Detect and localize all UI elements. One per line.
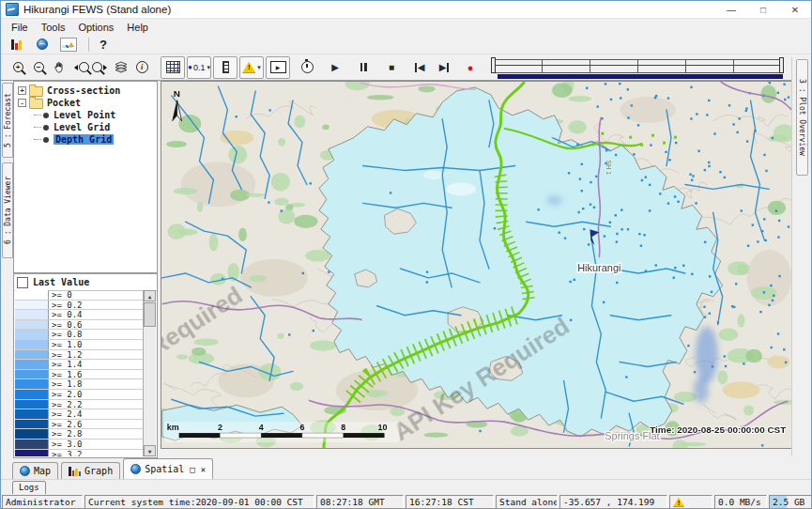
tab-forecast[interactable]: 5 : Forecast	[2, 83, 13, 158]
scale-tick: 6	[299, 423, 304, 432]
stream-dot	[745, 107, 747, 109]
status-throughput: 0.0 MB/s	[714, 495, 767, 509]
layers-button[interactable]	[112, 57, 130, 78]
stream-dot	[675, 142, 677, 144]
legend-scrollbar[interactable]: ▲ ▼	[143, 290, 156, 456]
legend-label: >= 0.4	[49, 310, 143, 319]
zoom-next-button[interactable]	[91, 57, 110, 78]
folder-icon	[29, 86, 43, 97]
last-value-checkbox[interactable]	[17, 277, 28, 288]
chevron-down-icon: ▾	[257, 64, 261, 71]
scale-tick: 10	[378, 423, 388, 432]
legend-row[interactable]: >= 0.4	[15, 310, 143, 320]
ruler-button[interactable]	[213, 56, 237, 79]
time-slider-handle-end[interactable]	[779, 57, 784, 73]
tree-item-depth-grid[interactable]: Depth Grid	[14, 133, 157, 146]
thresholds-warning-dropdown[interactable]: ▾	[239, 56, 264, 79]
tab-plot-overview[interactable]: 3 : Plot Overview	[796, 59, 808, 176]
stream-dot	[620, 97, 621, 99]
legend-row[interactable]: >= 2.0	[15, 390, 143, 400]
tree-item-cross-section[interactable]: + Cross-section	[14, 85, 157, 97]
minimize-button[interactable]: —	[715, 1, 747, 18]
tree-item-level-point[interactable]: Level Point	[14, 109, 157, 121]
stream-dot	[310, 182, 312, 184]
pan-button[interactable]	[50, 57, 69, 78]
scale-tick: 2	[218, 423, 222, 432]
skip-end-button[interactable]: ▶	[435, 57, 453, 78]
spatial-display-button[interactable]	[33, 34, 52, 54]
tab-graph[interactable]: Graph	[61, 462, 120, 479]
vegetation-patch	[174, 188, 197, 194]
record-button[interactable]: ●	[461, 57, 480, 78]
threshold-dropdown[interactable]: ● 0.1 ▾	[187, 56, 211, 79]
zoom-in-button[interactable]: +	[8, 57, 27, 78]
expand-icon[interactable]: +	[18, 86, 26, 95]
legend-row[interactable]: >= 2.4	[15, 409, 143, 420]
stream-dot	[668, 159, 670, 161]
profile-display-button[interactable]	[59, 34, 78, 54]
time-slider[interactable]	[491, 55, 784, 80]
tree-item-pocket[interactable]: - Pocket	[14, 97, 157, 109]
help-button[interactable]: ?	[100, 38, 107, 52]
menu-file[interactable]: File	[5, 22, 35, 33]
tree-item-level-grid[interactable]: Level Grid	[14, 121, 157, 133]
time-slider-line	[493, 65, 782, 66]
legend-row[interactable]: >= 1.2	[15, 350, 143, 361]
zoom-previous-button[interactable]	[70, 57, 89, 78]
stream-dot	[667, 202, 669, 204]
app-logo-icon	[6, 3, 19, 16]
movie-player-icon: ▶	[270, 61, 286, 73]
info-button[interactable]: i	[132, 57, 151, 78]
stop-icon: ■	[389, 63, 394, 72]
close-button[interactable]: ✕	[779, 1, 811, 18]
stream-dot	[659, 193, 661, 194]
stream-dot	[775, 210, 777, 212]
legend-row[interactable]: >= 1.6	[15, 370, 143, 380]
vegetation-patch	[418, 85, 435, 92]
pause-button[interactable]	[354, 57, 373, 78]
tab-maximize-icon[interactable]: □	[190, 465, 194, 474]
legend-row[interactable]: >= 0.6	[15, 320, 143, 331]
legend-row[interactable]: >= 1.0	[15, 340, 143, 350]
menu-tools[interactable]: Tools	[35, 22, 72, 33]
stream-dot	[640, 245, 642, 247]
skip-start-button[interactable]: ◀	[410, 57, 429, 78]
maximize-button[interactable]: □	[747, 1, 779, 18]
tab-close-icon[interactable]: ✕	[201, 465, 206, 474]
map-viewport[interactable]: Hikurangi Springs Flat SH 1 API Key Requ…	[161, 81, 794, 449]
menu-help[interactable]: Help	[120, 22, 155, 33]
menu-options[interactable]: Options	[71, 22, 120, 33]
collapse-icon[interactable]: -	[18, 99, 26, 107]
scrollbar-thumb[interactable]	[144, 302, 156, 327]
stream-dot	[763, 218, 765, 220]
legend-row[interactable]: >= 2.8	[15, 429, 143, 440]
grid-toggle-button[interactable]	[161, 56, 185, 79]
scroll-up-icon[interactable]: ▲	[144, 290, 156, 301]
stream-dot	[582, 208, 584, 209]
tab-map[interactable]: Map	[12, 462, 58, 479]
animation-timer-button[interactable]	[298, 57, 316, 78]
tree-item-label: Pocket	[47, 98, 81, 108]
legend-row[interactable]: >= 1.8	[15, 379, 143, 390]
database-icon[interactable]	[7, 34, 25, 54]
legend-row[interactable]: >= 1.4	[15, 360, 143, 370]
tab-data-viewer[interactable]: 6 : Data Viewer	[2, 162, 13, 258]
legend-row[interactable]: >= 0.8	[15, 330, 143, 340]
zoom-out-button[interactable]: −	[29, 57, 48, 78]
scroll-down-icon[interactable]: ▼	[144, 445, 156, 456]
legend-row[interactable]: >= 0.2	[15, 301, 143, 311]
legend-row[interactable]: >= 0	[15, 290, 143, 301]
tab-spatial[interactable]: Spatial □ ✕	[123, 458, 213, 479]
status-warning-cell[interactable]	[669, 495, 712, 509]
stop-button[interactable]: ■	[382, 57, 401, 78]
legend-row[interactable]: >= 3.2	[15, 450, 143, 457]
legend-row[interactable]: >= 3.0	[15, 440, 143, 450]
legend-row[interactable]: >= 2.6	[15, 420, 143, 430]
movie-export-button[interactable]: ▶	[266, 56, 290, 79]
play-button[interactable]: ▶	[326, 57, 345, 78]
status-coordinates: -35.657 , 174.199	[559, 495, 667, 509]
time-slider-track[interactable]	[493, 59, 782, 73]
time-slider-handle-start[interactable]	[491, 57, 496, 73]
legend-row[interactable]: >= 2.2	[15, 400, 143, 410]
map-canvas[interactable]: Hikurangi Springs Flat SH 1 API Key Requ…	[161, 82, 793, 448]
